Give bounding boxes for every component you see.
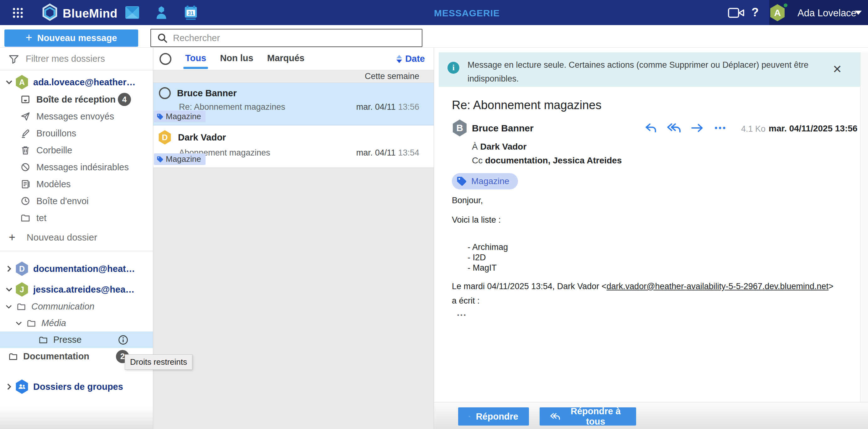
sort-label: Date <box>405 54 425 64</box>
clock-icon <box>20 196 31 206</box>
template-icon <box>20 179 31 190</box>
message-sender: Dark Vador <box>178 132 226 143</box>
chevron-down-icon[interactable] <box>4 77 15 87</box>
sidebar-item-trash[interactable]: Corbeille <box>0 142 153 159</box>
more-actions-icon[interactable] <box>714 122 727 134</box>
reading-pane: i Message en lecture seule. Certaines ac… <box>434 48 860 402</box>
message-date: mar. 04/11/2025 13:56 <box>769 123 857 134</box>
select-all-checkbox[interactable] <box>159 53 172 65</box>
message-subject: Re: Abonnement magazines <box>179 102 356 112</box>
tree-folder-label: Documentation <box>23 351 89 362</box>
folder-label: tet <box>36 213 46 223</box>
trash-icon <box>20 145 31 155</box>
tag-chip: Magazine <box>154 111 206 122</box>
tab-tous[interactable]: Tous <box>185 53 206 65</box>
tree-folder-label: Presse <box>53 335 82 345</box>
list-filter-tabs: Tous Non lus Marqués Date <box>153 48 434 70</box>
folder-sidebar: Filtrer mes dossiers A ada.loveace@heath… <box>0 48 153 429</box>
sidebar-item-templates[interactable]: Modèles <box>0 176 153 193</box>
tab-marques[interactable]: Marqués <box>267 53 304 65</box>
svg-text:31: 31 <box>188 10 194 16</box>
chevron-right-icon[interactable] <box>4 263 15 274</box>
tag-label: Magazine <box>166 112 201 121</box>
user-menu-caret-icon[interactable] <box>855 11 862 15</box>
quote-header: Le mardi 04/11/2025 13:54, Dark Vador <d… <box>452 279 856 308</box>
sender-avatar: B <box>452 119 468 137</box>
body-list-item: - MagIT <box>468 263 497 273</box>
sidebar-item-junk[interactable]: Messages indésirables <box>0 159 153 176</box>
body-list-item: - Archimag <box>468 242 508 253</box>
message-row-bruce-banner[interactable]: Bruce Banner Re: Abonnement magazines ma… <box>153 83 434 125</box>
account-avatar: D <box>15 261 29 276</box>
block-icon <box>20 162 31 172</box>
chevron-down-icon[interactable] <box>4 302 15 312</box>
sort-icon <box>396 55 402 63</box>
message-select-checkbox[interactable] <box>159 87 171 99</box>
app-section-title: MESSAGERIE <box>429 8 504 19</box>
folder-label: Messages indésirables <box>36 162 129 172</box>
folder-label: Modèles <box>36 179 71 190</box>
cc-recipients: Cc documentation, Jessica Atreides <box>472 155 622 166</box>
sidebar-item-outbox[interactable]: Boîte d'envoi <box>0 193 153 209</box>
reply-all-icon <box>550 412 560 421</box>
account-label: ada.loveace@heather-ava... <box>33 77 136 87</box>
search-input[interactable] <box>173 33 416 43</box>
reply-icon[interactable] <box>645 122 657 134</box>
sidebar-item-inbox[interactable]: Boîte de réception 4 <box>0 91 153 108</box>
brand-name[interactable]: BlueMind <box>63 7 118 20</box>
topbar: BlueMind 31 MESSAGERIE ? A Ada Lovelac <box>0 0 868 25</box>
message-list-pane: Tous Non lus Marqués Date Cette semaine … <box>153 48 434 429</box>
new-folder-label: Nouveau dossier <box>27 232 97 243</box>
user-name[interactable]: Ada Lovelace <box>798 7 857 19</box>
new-message-button[interactable]: + Nouveau message <box>4 29 138 47</box>
sort-control[interactable]: Date <box>396 54 425 64</box>
scrollbar-gutter[interactable] <box>860 52 868 402</box>
reading-footer: Répondre Répondre à tous <box>434 402 868 429</box>
sidebar-account-ada[interactable]: A ada.loveace@heather-ava... <box>0 74 153 91</box>
quoted-content-toggle[interactable]: ... <box>457 307 467 318</box>
sidebar-item-tet[interactable]: tet <box>0 209 153 226</box>
tree-folder-label: Communication <box>31 302 94 312</box>
filter-folders-input[interactable]: Filtrer mes dossiers <box>0 48 153 70</box>
tree-folder-label: Média <box>41 318 66 328</box>
info-icon: i <box>447 62 459 74</box>
chevron-down-icon[interactable] <box>14 318 25 328</box>
new-folder-button[interactable]: + Nouveau dossier <box>0 228 153 247</box>
tooltip-droits-restreints: Droits restreints <box>125 354 192 370</box>
reply-all-icon[interactable] <box>667 122 681 134</box>
message-row-dark-vador[interactable]: D Dark Vador Abonnement magazines mar. 0… <box>153 125 434 168</box>
tag-icon <box>156 113 164 121</box>
folder-icon <box>20 212 31 223</box>
groups-icon <box>15 379 29 394</box>
sidebar-item-sent[interactable]: Messages envoyés <box>0 108 153 125</box>
chevron-right-icon[interactable] <box>4 381 15 392</box>
sidebar-account-jessica[interactable]: J jessica.atreides@heather-... <box>0 281 153 298</box>
sidebar-item-drafts[interactable]: Brouillons <box>0 125 153 142</box>
message-sender: Bruce Banner <box>177 88 237 98</box>
forward-icon[interactable] <box>691 122 704 134</box>
reply-button[interactable]: Répondre <box>458 407 529 426</box>
sidebar-item-communication[interactable]: Communication <box>0 298 153 315</box>
sender-name[interactable]: Bruce Banner <box>472 123 534 134</box>
sidebar-item-presse[interactable]: Presse <box>0 332 153 348</box>
info-icon[interactable] <box>117 334 129 346</box>
help-icon[interactable]: ? <box>751 6 758 19</box>
sidebar-item-group-folders[interactable]: Dossiers de groupes <box>0 378 153 396</box>
folder-label: Messages envoyés <box>36 111 114 122</box>
new-message-label: Nouveau message <box>37 33 117 43</box>
quoted-email-link[interactable]: dark.vador@heather-availability-5-5-2967… <box>607 282 829 291</box>
presence-status-dot <box>783 2 788 8</box>
search-box[interactable] <box>150 29 423 47</box>
message-date: mar. 04/1113:54 <box>356 148 419 158</box>
chevron-down-icon[interactable] <box>4 284 15 295</box>
sender-avatar: D <box>158 130 172 145</box>
folder-icon <box>26 318 36 328</box>
tab-non-lus[interactable]: Non lus <box>220 53 253 65</box>
reply-all-button[interactable]: Répondre à tous <box>539 407 636 426</box>
close-icon[interactable]: ✕ <box>833 64 842 75</box>
account-label: documentation@heather... <box>33 264 136 274</box>
pencil-icon <box>20 128 31 139</box>
sidebar-account-documentation[interactable]: D documentation@heather... <box>0 260 153 278</box>
sidebar-item-media[interactable]: Média <box>0 315 153 332</box>
plus-icon: + <box>26 31 32 44</box>
